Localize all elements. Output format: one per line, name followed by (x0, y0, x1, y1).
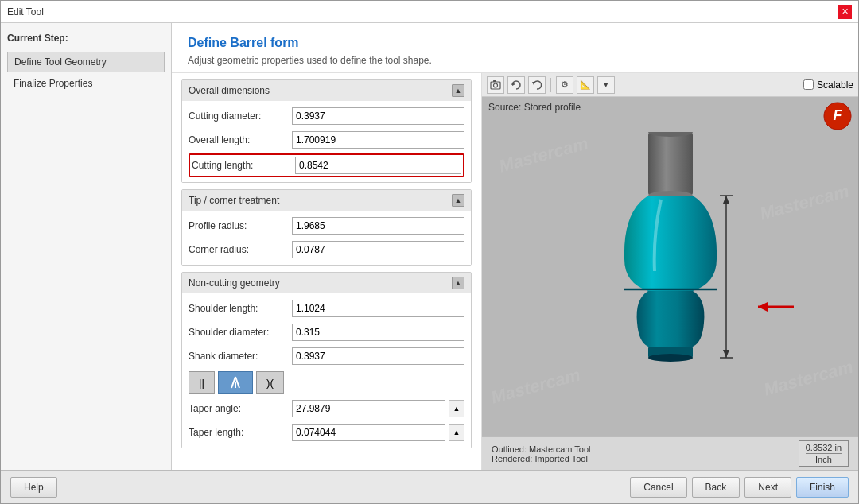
help-button[interactable]: Help (10, 477, 57, 498)
row-cutting-length: Cutting length: (189, 153, 464, 177)
toolbar-btn-camera[interactable] (487, 76, 504, 94)
toolbar-btn-settings[interactable]: ⚙ (556, 76, 573, 94)
label-shank-diameter: Shank diameter: (189, 351, 292, 362)
label-taper-length: Taper length: (189, 427, 292, 438)
label-taper-angle: Taper angle: (189, 403, 292, 414)
section-label-tip-corner: Tip / corner treatment (189, 195, 279, 206)
dimension-box: 0.3532 in Inch (799, 440, 849, 467)
svg-marker-9 (532, 82, 535, 85)
row-shank-diameter: Shank diameter: (189, 344, 464, 368)
taper-y-icon (228, 375, 243, 390)
section-header-overall-dimensions: Overall dimensions ▲ (182, 80, 471, 101)
taper-button-y[interactable] (218, 371, 253, 394)
rendered-label: Rendered: Imported Tool (492, 454, 591, 463)
finch-logo-icon: F (823, 102, 852, 130)
toolbar-btn-refresh[interactable] (507, 76, 525, 94)
window-title: Edit Tool (7, 6, 44, 17)
svg-rect-5 (491, 82, 500, 89)
input-overall-length[interactable] (292, 131, 464, 149)
input-shoulder-diameter[interactable] (292, 324, 464, 341)
watermark-2: Mastercam (758, 181, 852, 225)
dimension-unit: Inch (806, 453, 842, 464)
scalable-check: Scalable (803, 79, 853, 91)
svg-marker-20 (723, 350, 729, 358)
row-shoulder-diameter: Shoulder diameter: (189, 320, 464, 344)
scroll-up-taper-length[interactable]: ▲ (449, 424, 464, 441)
svg-marker-8 (512, 83, 515, 86)
watermark-3: Mastercam (489, 365, 583, 409)
row-cutting-diameter: Cutting diameter: (189, 104, 464, 128)
content-area: Overall dimensions ▲ Cutting diameter: O… (172, 73, 858, 470)
input-taper-length[interactable] (292, 424, 445, 441)
label-corner-radius: Corner radius: (189, 244, 292, 255)
close-button[interactable]: ✕ (838, 5, 852, 19)
preview-toolbar: ⚙ 📐 ▾ Scalable (482, 73, 858, 97)
dimension-value: 0.3532 in (806, 443, 842, 452)
section-overall-dimensions: Overall dimensions ▲ Cutting diameter: O… (181, 79, 472, 183)
sidebar-item-finalize-properties[interactable]: Finalize Properties (7, 74, 165, 93)
preview-area: Source: Stored profile Mastercam Masterc… (482, 97, 858, 436)
section-header-non-cutting: Non-cutting geometry ▲ (182, 273, 471, 293)
row-overall-length: Overall length: (189, 128, 464, 152)
scalable-checkbox[interactable] (803, 79, 814, 90)
form-panel: Overall dimensions ▲ Cutting diameter: O… (172, 73, 482, 470)
red-arrow-icon (750, 295, 798, 319)
row-taper-length: Taper length: ▲ (189, 421, 464, 444)
label-cutting-diameter: Cutting diameter: (189, 110, 292, 122)
main-subtitle: Adjust geometric properties used to defi… (188, 55, 842, 66)
input-cutting-length[interactable] (295, 157, 461, 174)
main-header: Define Barrel form Adjust geometric prop… (172, 23, 858, 73)
input-corner-radius[interactable] (292, 241, 464, 258)
input-taper-angle[interactable] (292, 400, 445, 417)
preview-footer: Outlined: Mastercam Tool Rendered: Impor… (482, 436, 858, 470)
main-title: Define Barrel form (188, 36, 842, 50)
sidebar-title: Current Step: (7, 33, 165, 44)
collapse-btn-non-cutting[interactable]: ▲ (452, 277, 464, 289)
toolbar-separator-1 (550, 78, 551, 92)
taper-button-x[interactable]: )( (256, 371, 284, 394)
label-cutting-length: Cutting length: (192, 160, 295, 171)
refresh-icon (511, 79, 522, 91)
section-body-overall: Cutting diameter: Overall length: Cuttin… (182, 101, 471, 182)
taper-button-parallel[interactable]: || (189, 371, 215, 394)
input-cutting-diameter[interactable] (292, 107, 464, 125)
scalable-label: Scalable (817, 79, 853, 91)
row-profile-radius: Profile radius: (189, 214, 464, 238)
label-shoulder-length: Shoulder length: (189, 303, 292, 314)
section-label-non-cutting: Non-cutting geometry (189, 277, 280, 289)
tool-3d-wrapper (591, 132, 750, 402)
title-bar: Edit Tool ✕ (1, 1, 858, 23)
main-content: Define Barrel form Adjust geometric prop… (172, 23, 858, 470)
svg-point-15 (648, 354, 693, 362)
toolbar-btn-measure[interactable]: 📐 (577, 76, 594, 94)
toolbar-btn-more[interactable]: ▾ (597, 76, 615, 94)
section-tip-corner: Tip / corner treatment ▲ Profile radius:… (181, 189, 472, 266)
next-button[interactable]: Next (744, 477, 791, 498)
svg-text:F: F (834, 107, 843, 123)
undo-icon (531, 79, 542, 91)
preview-panel: F (482, 73, 858, 470)
input-profile-radius[interactable] (292, 217, 464, 235)
bottom-bar: Help Cancel Back Next Finish (1, 470, 858, 503)
svg-rect-7 (493, 80, 496, 82)
main-window: Edit Tool ✕ Current Step: Define Tool Ge… (0, 0, 859, 504)
input-shank-diameter[interactable] (292, 347, 464, 365)
section-label-overall-dimensions: Overall dimensions (189, 85, 270, 96)
preview-footer-left: Outlined: Mastercam Tool Rendered: Impor… (492, 444, 591, 463)
btn-group-right: Cancel Back Next Finish (630, 477, 849, 498)
toolbar-btn-undo[interactable] (528, 76, 546, 94)
svg-point-6 (494, 83, 498, 87)
input-shoulder-length[interactable] (292, 300, 464, 317)
label-overall-length: Overall length: (189, 134, 292, 145)
back-button[interactable]: Back (692, 477, 740, 498)
collapse-btn-tip[interactable]: ▲ (452, 194, 464, 207)
row-corner-radius: Corner radius: (189, 238, 464, 262)
finish-button[interactable]: Finish (796, 477, 849, 498)
cancel-button[interactable]: Cancel (630, 477, 686, 498)
red-arrow (750, 295, 798, 321)
collapse-btn-overall[interactable]: ▲ (452, 84, 464, 97)
scroll-up-taper-angle[interactable]: ▲ (449, 400, 464, 417)
sidebar-item-define-tool-geometry[interactable]: Define Tool Geometry (7, 52, 165, 72)
preview-footer-right: 0.3532 in Inch (799, 440, 849, 467)
svg-marker-19 (723, 196, 729, 204)
